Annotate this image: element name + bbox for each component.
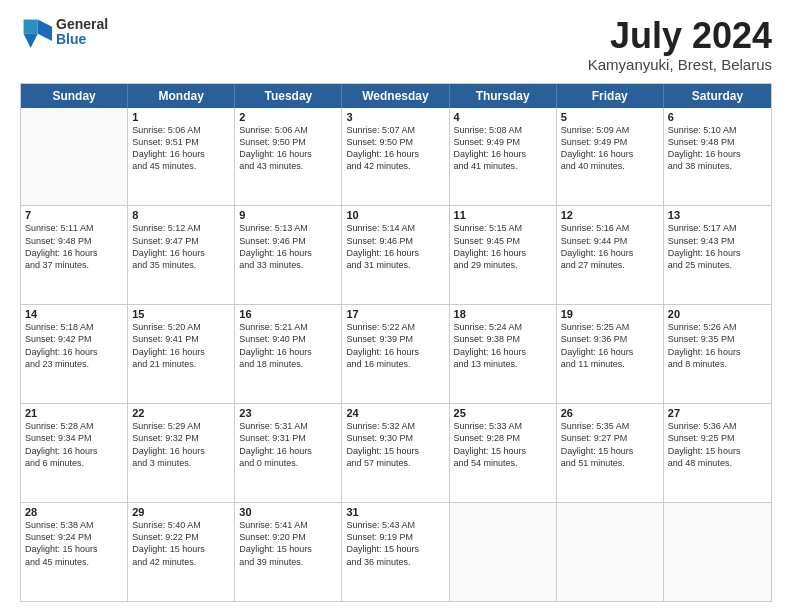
cell-info-line: Sunset: 9:34 PM — [25, 432, 123, 444]
cell-info-line: Sunrise: 5:10 AM — [668, 124, 767, 136]
calendar: SundayMondayTuesdayWednesdayThursdayFrid… — [20, 83, 772, 602]
cal-cell: 23Sunrise: 5:31 AMSunset: 9:31 PMDayligh… — [235, 404, 342, 502]
day-number: 25 — [454, 407, 552, 419]
cal-cell: 13Sunrise: 5:17 AMSunset: 9:43 PMDayligh… — [664, 206, 771, 304]
day-number: 4 — [454, 111, 552, 123]
cell-info-line: and 21 minutes. — [132, 358, 230, 370]
cell-info-line: Sunset: 9:48 PM — [25, 235, 123, 247]
cell-info-line: Daylight: 15 hours — [239, 543, 337, 555]
cal-cell: 18Sunrise: 5:24 AMSunset: 9:38 PMDayligh… — [450, 305, 557, 403]
cell-info-line: and 0 minutes. — [239, 457, 337, 469]
cell-info-line: Sunrise: 5:33 AM — [454, 420, 552, 432]
cell-info-line: and 43 minutes. — [239, 160, 337, 172]
day-number: 3 — [346, 111, 444, 123]
cell-info-line: Sunrise: 5:35 AM — [561, 420, 659, 432]
logo: General Blue — [20, 16, 108, 48]
week-row-4: 28Sunrise: 5:38 AMSunset: 9:24 PMDayligh… — [21, 503, 771, 601]
cal-cell: 14Sunrise: 5:18 AMSunset: 9:42 PMDayligh… — [21, 305, 128, 403]
cell-info-line: and 45 minutes. — [132, 160, 230, 172]
cal-cell: 15Sunrise: 5:20 AMSunset: 9:41 PMDayligh… — [128, 305, 235, 403]
day-number: 9 — [239, 209, 337, 221]
cell-info-line: Sunrise: 5:31 AM — [239, 420, 337, 432]
cell-info-line: Sunrise: 5:18 AM — [25, 321, 123, 333]
cell-info-line: and 36 minutes. — [346, 556, 444, 568]
day-number: 18 — [454, 308, 552, 320]
cell-info-line: Daylight: 16 hours — [561, 346, 659, 358]
cell-info-line: Sunset: 9:20 PM — [239, 531, 337, 543]
day-number: 21 — [25, 407, 123, 419]
cell-info-line: Sunset: 9:49 PM — [454, 136, 552, 148]
cell-info-line: Sunrise: 5:40 AM — [132, 519, 230, 531]
cell-info-line: and 45 minutes. — [25, 556, 123, 568]
cell-info-line: Sunrise: 5:11 AM — [25, 222, 123, 234]
cal-cell: 12Sunrise: 5:16 AMSunset: 9:44 PMDayligh… — [557, 206, 664, 304]
cell-info-line: Daylight: 16 hours — [454, 247, 552, 259]
cell-info-line: and 6 minutes. — [25, 457, 123, 469]
cal-cell: 1Sunrise: 5:06 AMSunset: 9:51 PMDaylight… — [128, 108, 235, 206]
cell-info-line: Sunset: 9:22 PM — [132, 531, 230, 543]
cell-info-line: Daylight: 16 hours — [132, 445, 230, 457]
cell-info-line: Daylight: 16 hours — [454, 346, 552, 358]
day-number: 8 — [132, 209, 230, 221]
header: General Blue July 2024 Kamyanyuki, Brest… — [20, 16, 772, 73]
cell-info-line: Sunset: 9:19 PM — [346, 531, 444, 543]
cell-info-line: Sunset: 9:44 PM — [561, 235, 659, 247]
cell-info-line: Daylight: 16 hours — [239, 346, 337, 358]
cell-info-line: Sunset: 9:36 PM — [561, 333, 659, 345]
week-row-1: 7Sunrise: 5:11 AMSunset: 9:48 PMDaylight… — [21, 206, 771, 305]
cell-info-line: Sunset: 9:28 PM — [454, 432, 552, 444]
cell-info-line: Sunrise: 5:06 AM — [239, 124, 337, 136]
cell-info-line: Daylight: 16 hours — [25, 445, 123, 457]
week-row-0: 1Sunrise: 5:06 AMSunset: 9:51 PMDaylight… — [21, 108, 771, 207]
cal-cell: 2Sunrise: 5:06 AMSunset: 9:50 PMDaylight… — [235, 108, 342, 206]
cell-info-line: Sunset: 9:43 PM — [668, 235, 767, 247]
day-number: 30 — [239, 506, 337, 518]
cal-cell: 9Sunrise: 5:13 AMSunset: 9:46 PMDaylight… — [235, 206, 342, 304]
cell-info-line: Sunset: 9:39 PM — [346, 333, 444, 345]
header-day-wednesday: Wednesday — [342, 84, 449, 108]
cell-info-line: Sunrise: 5:13 AM — [239, 222, 337, 234]
cell-info-line: Daylight: 16 hours — [561, 148, 659, 160]
cell-info-line: Sunrise: 5:26 AM — [668, 321, 767, 333]
cell-info-line: Daylight: 15 hours — [346, 445, 444, 457]
cell-info-line: Sunrise: 5:09 AM — [561, 124, 659, 136]
cell-info-line: Sunrise: 5:22 AM — [346, 321, 444, 333]
day-number: 7 — [25, 209, 123, 221]
week-row-2: 14Sunrise: 5:18 AMSunset: 9:42 PMDayligh… — [21, 305, 771, 404]
day-number: 13 — [668, 209, 767, 221]
cal-cell: 7Sunrise: 5:11 AMSunset: 9:48 PMDaylight… — [21, 206, 128, 304]
cell-info-line: Sunrise: 5:07 AM — [346, 124, 444, 136]
cal-cell: 4Sunrise: 5:08 AMSunset: 9:49 PMDaylight… — [450, 108, 557, 206]
cell-info-line: and 8 minutes. — [668, 358, 767, 370]
cell-info-line: Daylight: 16 hours — [668, 346, 767, 358]
cell-info-line: Sunrise: 5:21 AM — [239, 321, 337, 333]
cell-info-line: Sunrise: 5:29 AM — [132, 420, 230, 432]
cell-info-line: Daylight: 16 hours — [132, 148, 230, 160]
svg-marker-2 — [24, 20, 38, 34]
cell-info-line: Sunset: 9:31 PM — [239, 432, 337, 444]
cell-info-line: Sunset: 9:32 PM — [132, 432, 230, 444]
cal-cell — [557, 503, 664, 601]
cell-info-line: Sunset: 9:25 PM — [668, 432, 767, 444]
cal-cell: 8Sunrise: 5:12 AMSunset: 9:47 PMDaylight… — [128, 206, 235, 304]
cell-info-line: Daylight: 16 hours — [454, 148, 552, 160]
cell-info-line: Daylight: 16 hours — [25, 247, 123, 259]
day-number: 16 — [239, 308, 337, 320]
cell-info-line: Daylight: 16 hours — [239, 445, 337, 457]
day-number: 15 — [132, 308, 230, 320]
cell-info-line: Sunrise: 5:06 AM — [132, 124, 230, 136]
cell-info-line: Sunrise: 5:14 AM — [346, 222, 444, 234]
header-day-tuesday: Tuesday — [235, 84, 342, 108]
day-number: 22 — [132, 407, 230, 419]
cell-info-line: Sunset: 9:41 PM — [132, 333, 230, 345]
cal-cell — [664, 503, 771, 601]
cell-info-line: Daylight: 15 hours — [346, 543, 444, 555]
cell-info-line: Daylight: 16 hours — [668, 247, 767, 259]
cell-info-line: and 42 minutes. — [346, 160, 444, 172]
cell-info-line: and 35 minutes. — [132, 259, 230, 271]
cal-cell: 5Sunrise: 5:09 AMSunset: 9:49 PMDaylight… — [557, 108, 664, 206]
cell-info-line: and 48 minutes. — [668, 457, 767, 469]
cell-info-line: and 38 minutes. — [668, 160, 767, 172]
cell-info-line: and 16 minutes. — [346, 358, 444, 370]
header-day-sunday: Sunday — [21, 84, 128, 108]
